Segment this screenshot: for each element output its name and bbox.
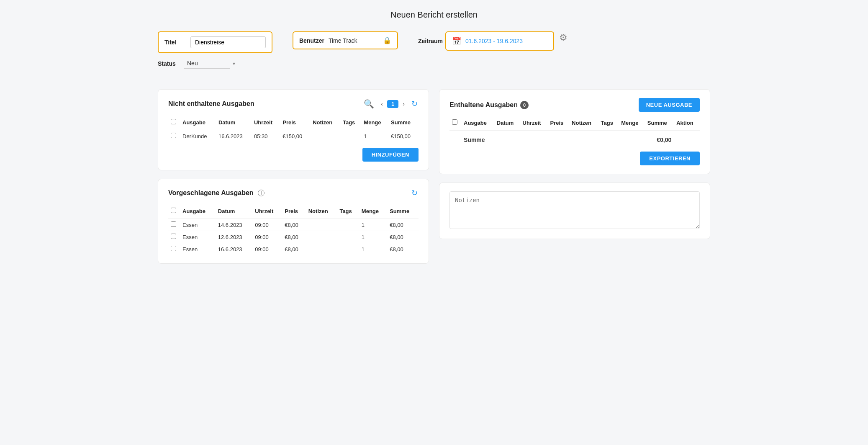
pagination: ‹ 1 › xyxy=(378,100,407,108)
next-page-button[interactable]: › xyxy=(400,100,407,108)
vorg-row-checkbox-2[interactable] xyxy=(171,246,176,251)
vorg-cell-tags-1 xyxy=(337,231,359,243)
benutzer-value: Time Track xyxy=(329,37,379,44)
vorg-cell-preis-2: €8,00 xyxy=(282,243,306,255)
table-row: Essen 12.6.2023 09:00 €8,00 1 €8,00 xyxy=(168,231,419,243)
status-label: Status xyxy=(158,60,180,67)
info-icon: i xyxy=(258,190,265,196)
vorg-cell-summe-2: €8,00 xyxy=(387,243,419,255)
zeitraum-input-box[interactable]: 📅 01.6.2023 - 19.6.2023 xyxy=(445,31,554,51)
vorg-cell-summe-0: €8,00 xyxy=(387,219,419,231)
vorgeschlagene-actions: ↻ xyxy=(411,188,419,198)
cell-datum-0: 16.6.2023 xyxy=(216,130,252,142)
calendar-icon: 📅 xyxy=(452,36,461,46)
vorg-cell-ausgabe-1: Essen xyxy=(180,231,216,243)
status-select-wrapper[interactable]: Neu In Bearbeitung Abgeschlossen ▾ xyxy=(184,58,235,69)
refresh-vorgeschlagene-button[interactable]: ↻ xyxy=(411,188,419,198)
vorg-cell-ausgabe-2: Essen xyxy=(180,243,216,255)
col-ausgabe-nicht: Ausgabe xyxy=(180,116,216,130)
vorg-cell-menge-0: 1 xyxy=(359,219,387,231)
enthaltene-table: Ausgabe Datum Uhrzeit Preis Notizen Tags… xyxy=(449,117,700,146)
col-datum-nicht: Datum xyxy=(216,116,252,130)
col-summe-vorg: Summe xyxy=(387,205,419,219)
notizen-card xyxy=(439,183,710,239)
row-checkbox-0[interactable] xyxy=(171,133,176,138)
left-column: Nicht enthaltene Ausgaben 🔍 ‹ 1 › ↻ xyxy=(158,89,429,264)
summe-row: Summe €0,00 xyxy=(449,131,700,146)
zeitraum-label: Zeitraum xyxy=(418,38,443,44)
titel-input[interactable] xyxy=(190,36,266,48)
cell-summe-0: €150,00 xyxy=(388,130,419,142)
cell-ausgabe-0: DerKunde xyxy=(180,130,216,142)
select-all-checkbox-enth[interactable] xyxy=(452,119,457,125)
select-all-checkbox-nicht[interactable] xyxy=(171,119,176,124)
enthaltene-header: Enthaltene Ausgaben 0 NEUE AUSGABE xyxy=(449,98,700,112)
search-button[interactable]: 🔍 xyxy=(363,98,375,110)
vorg-cell-ausgabe-0: Essen xyxy=(180,219,216,231)
zeitraum-section: Zeitraum 📅 01.6.2023 - 19.6.2023 ⚙ xyxy=(418,31,568,51)
vorg-row-checkbox-0[interactable] xyxy=(171,221,176,227)
vorg-cell-menge-1: 1 xyxy=(359,231,387,243)
notizen-textarea[interactable] xyxy=(449,191,700,229)
enthaltene-badge: 0 xyxy=(520,101,529,109)
export-row: EXPORTIEREN xyxy=(449,152,700,165)
vorg-cell-tags-2 xyxy=(337,243,359,255)
vorgeschlagene-card: Vorgeschlagene Ausgaben i ↻ Ausgabe Datu… xyxy=(158,179,429,264)
nicht-enthaltene-card: Nicht enthaltene Ausgaben 🔍 ‹ 1 › ↻ xyxy=(158,89,429,170)
col-preis-enth: Preis xyxy=(548,117,570,131)
table-row: Essen 16.6.2023 09:00 €8,00 1 €8,00 xyxy=(168,243,419,255)
titel-field-group: Titel Status Neu In Bearbeitung Abgeschl… xyxy=(158,31,272,69)
right-column: Enthaltene Ausgaben 0 NEUE AUSGABE Ausga… xyxy=(439,89,710,264)
col-tags-enth: Tags xyxy=(598,117,619,131)
summe-label: Summe xyxy=(461,131,645,146)
status-select[interactable]: Neu In Bearbeitung Abgeschlossen xyxy=(184,58,230,69)
page-1-button[interactable]: 1 xyxy=(387,100,398,108)
page-title: Neuen Bericht erstellen xyxy=(158,10,710,20)
col-summe-enth: Summe xyxy=(645,117,674,131)
col-tags-vorg: Tags xyxy=(337,205,359,219)
col-uhrzeit-nicht: Uhrzeit xyxy=(252,116,280,130)
benutzer-field-group: Benutzer Time Track 🔒 xyxy=(293,31,398,49)
table-row: Essen 14.6.2023 09:00 €8,00 1 €8,00 xyxy=(168,219,419,231)
vorg-cell-datum-0: 14.6.2023 xyxy=(216,219,252,231)
top-form: Titel Status Neu In Bearbeitung Abgeschl… xyxy=(158,31,710,69)
col-notizen-nicht: Notizen xyxy=(310,116,340,130)
vorg-cell-uhrzeit-0: 09:00 xyxy=(252,219,282,231)
enthaltene-card: Enthaltene Ausgaben 0 NEUE AUSGABE Ausga… xyxy=(439,89,710,174)
vorg-cell-notizen-2 xyxy=(306,243,337,255)
nicht-enthaltene-header: Nicht enthaltene Ausgaben 🔍 ‹ 1 › ↻ xyxy=(168,98,419,110)
col-ausgabe-enth: Ausgabe xyxy=(461,117,494,131)
col-tags-nicht: Tags xyxy=(340,116,361,130)
exportieren-button[interactable]: EXPORTIEREN xyxy=(640,152,700,165)
prev-page-button[interactable]: ‹ xyxy=(378,100,385,108)
vorg-cell-preis-1: €8,00 xyxy=(282,231,306,243)
main-columns: Nicht enthaltene Ausgaben 🔍 ‹ 1 › ↻ xyxy=(158,89,710,264)
refresh-nicht-enthaltene-button[interactable]: ↻ xyxy=(411,98,419,109)
titel-label: Titel xyxy=(164,39,186,46)
cell-notizen-0 xyxy=(310,130,340,142)
col-notizen-vorg: Notizen xyxy=(306,205,337,219)
table-row: DerKunde 16.6.2023 05:30 €150,00 1 €150,… xyxy=(168,130,419,142)
col-menge-vorg: Menge xyxy=(359,205,387,219)
neue-ausgabe-button[interactable]: NEUE AUSGABE xyxy=(639,98,700,112)
cell-menge-0: 1 xyxy=(361,130,388,142)
col-uhrzeit-vorg: Uhrzeit xyxy=(252,205,282,219)
vorg-cell-tags-0 xyxy=(337,219,359,231)
hinzufuegen-button[interactable]: HINZUFÜGEN xyxy=(362,148,419,162)
cell-tags-0 xyxy=(340,130,361,142)
nicht-enthaltene-actions: 🔍 ‹ 1 › ↻ xyxy=(363,98,419,110)
vorg-cell-datum-1: 12.6.2023 xyxy=(216,231,252,243)
col-uhrzeit-enth: Uhrzeit xyxy=(520,117,548,131)
vorgeschlagene-title: Vorgeschlagene Ausgaben i xyxy=(168,189,265,198)
select-all-checkbox-vorg[interactable] xyxy=(171,208,176,213)
vorg-cell-menge-2: 1 xyxy=(359,243,387,255)
divider xyxy=(158,79,710,79)
add-btn-row: HINZUFÜGEN xyxy=(168,148,419,162)
nicht-enthaltene-table: Ausgabe Datum Uhrzeit Preis Notizen Tags… xyxy=(168,116,419,142)
col-summe-nicht: Summe xyxy=(388,116,419,130)
gear-button[interactable]: ⚙ xyxy=(558,31,568,44)
col-ausgabe-vorg: Ausgabe xyxy=(180,205,216,219)
vorg-row-checkbox-1[interactable] xyxy=(171,234,176,239)
vorgeschlagene-table: Ausgabe Datum Uhrzeit Preis Notizen Tags… xyxy=(168,205,419,255)
enthaltene-header-row: Ausgabe Datum Uhrzeit Preis Notizen Tags… xyxy=(449,117,700,131)
